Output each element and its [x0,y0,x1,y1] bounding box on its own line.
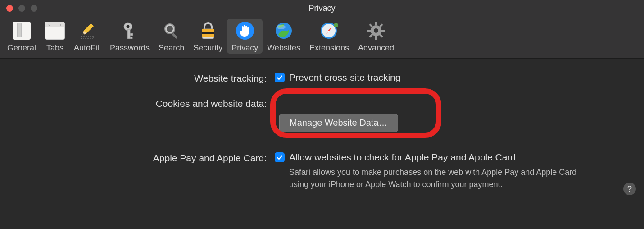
tab-advanced[interactable]: Advanced [354,19,399,54]
tab-autofill[interactable]: AutoFill [69,19,105,54]
toolbar-label: Tabs [46,43,63,53]
lock-icon [198,21,218,41]
toolbar-label: Security [193,43,222,53]
apple-pay-checkbox[interactable] [275,152,285,162]
svg-rect-28 [367,30,371,32]
toolbar-label: General [7,43,36,53]
apple-pay-label: Apple Pay and Apple Card: [18,152,275,164]
toolbar-label: Privacy [231,43,258,53]
svg-rect-26 [375,22,377,25]
zoom-window-button[interactable] [31,5,37,12]
svg-text:+: + [335,24,337,28]
toolbar-label: Search [159,43,184,53]
svg-rect-13 [202,29,214,32]
window-title: Privacy [308,4,335,13]
pencil-icon [77,21,97,41]
svg-rect-15 [202,34,214,37]
apple-pay-description: Safari allows you to make purchases on t… [289,166,595,191]
tab-extensions[interactable]: + Extensions [305,19,354,54]
prevent-cross-site-tracking-checkbox[interactable] [275,73,285,82]
preferences-toolbar: General × + Tabs AutoFill [0,16,644,59]
hand-stop-icon [235,21,255,41]
svg-rect-14 [202,32,214,34]
manage-website-data-button[interactable]: Manage Website Data… [279,114,398,132]
prevent-cross-site-tracking-label: Prevent cross-site tracking [289,72,400,83]
svg-rect-27 [375,36,377,40]
svg-point-34 [374,28,378,33]
switch-icon [12,21,32,41]
svg-rect-7 [130,33,133,36]
apple-pay-row: Apple Pay and Apple Card: Allow websites… [18,152,626,191]
help-button[interactable]: ? [623,183,636,195]
globe-icon [274,21,294,41]
toolbar-label: Websites [267,43,300,53]
cookies-label: Cookies and website data: [18,97,275,109]
toolbar-label: Passwords [110,43,150,53]
website-tracking-row: Website tracking: Prevent cross-site tra… [18,72,626,84]
tab-security[interactable]: Security [189,19,227,54]
svg-point-5 [127,25,130,28]
tab-passwords[interactable]: Passwords [105,19,154,54]
apple-pay-checkbox-label: Allow websites to check for Apple Pay an… [289,152,516,163]
compass-icon: + [319,21,339,41]
key-icon [120,21,140,41]
window-controls [0,5,37,12]
window-titlebar: Privacy [0,0,644,16]
toolbar-label: Advanced [358,43,394,53]
svg-rect-8 [130,37,132,39]
tabs-icon: × + [45,21,65,41]
magnifier-icon [162,21,181,41]
privacy-pane: Website tracking: Prevent cross-site tra… [0,59,644,202]
svg-point-18 [277,25,286,29]
gear-icon [366,21,386,41]
svg-rect-6 [127,30,130,39]
toolbar-label: Extensions [309,43,349,53]
tab-websites[interactable]: Websites [263,19,305,54]
minimize-window-button[interactable] [18,5,25,12]
close-window-button[interactable] [6,5,13,12]
svg-point-10 [167,26,173,32]
tab-search[interactable]: Search [154,19,189,54]
tab-tabs[interactable]: × + Tabs [41,19,69,54]
tab-general[interactable]: General [3,19,41,54]
cookies-row: Cookies and website data: Block all cook… [18,97,626,132]
tab-privacy[interactable]: Privacy [227,19,263,54]
help-icon: ? [627,184,632,194]
svg-rect-11 [172,33,177,39]
website-tracking-label: Website tracking: [18,72,275,84]
toolbar-label: AutoFill [74,43,101,53]
svg-rect-0 [81,36,94,39]
svg-rect-29 [381,30,385,32]
